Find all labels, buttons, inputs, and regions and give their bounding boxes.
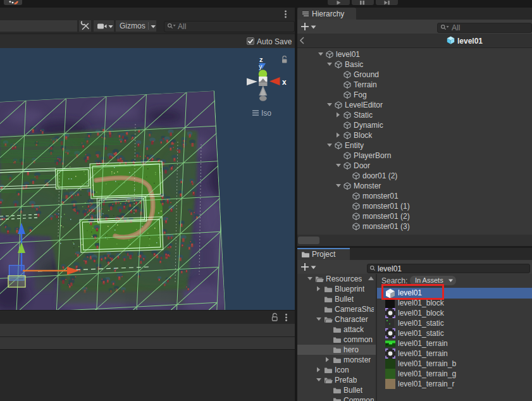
svg-text:x: x	[282, 78, 287, 87]
svg-text:Iso: Iso	[261, 109, 271, 118]
svg-text:y: y	[259, 63, 263, 70]
svg-text:z: z	[259, 56, 263, 63]
